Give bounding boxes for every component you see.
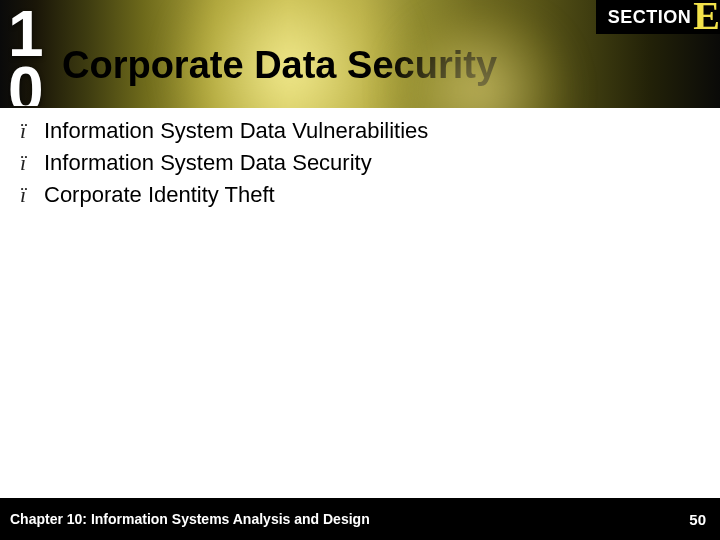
header-band: 10 Corporate Data Security SECTION E — [0, 0, 720, 108]
bullet-list: ï Information System Data Vulnerabilitie… — [20, 118, 700, 214]
list-item: ï Information System Data Vulnerabilitie… — [20, 118, 700, 144]
chapter-number: 10 — [8, 6, 56, 106]
page-number: 50 — [689, 511, 706, 528]
bullet-glyph: ï — [20, 118, 38, 144]
section-label: SECTION — [608, 7, 692, 28]
footer: Chapter 10: Information Systems Analysis… — [0, 498, 720, 540]
section-bar: SECTION E — [596, 0, 720, 34]
slide-title: Corporate Data Security — [62, 44, 497, 87]
bullet-text: Information System Data Vulnerabilities — [44, 118, 428, 144]
bullet-text: Information System Data Security — [44, 150, 372, 176]
list-item: ï Information System Data Security — [20, 150, 700, 176]
bullet-glyph: ï — [20, 182, 38, 208]
bullet-text: Corporate Identity Theft — [44, 182, 275, 208]
section-letter: E — [693, 1, 720, 31]
list-item: ï Corporate Identity Theft — [20, 182, 700, 208]
footer-text: Chapter 10: Information Systems Analysis… — [10, 511, 370, 527]
slide: 10 Corporate Data Security SECTION E ï I… — [0, 0, 720, 540]
bullet-glyph: ï — [20, 150, 38, 176]
